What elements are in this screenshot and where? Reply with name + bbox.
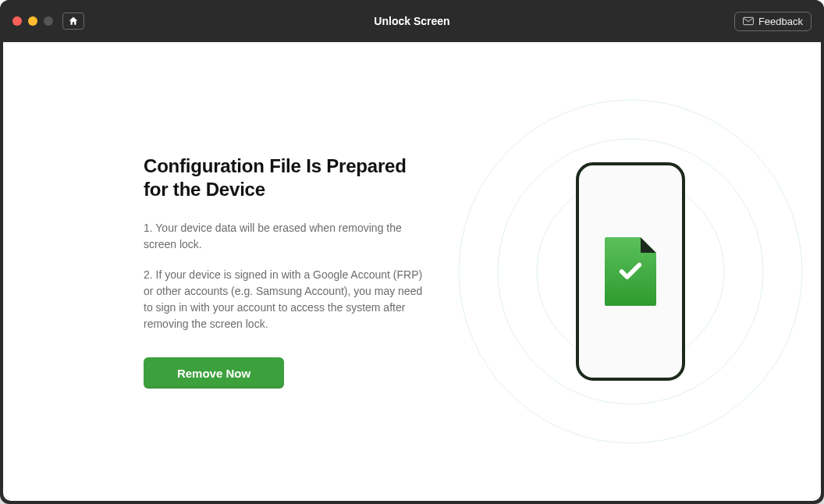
remove-now-button[interactable]: Remove Now [144,357,284,389]
svg-rect-0 [743,17,753,24]
feedback-label: Feedback [758,16,803,27]
home-button[interactable] [62,12,84,30]
phone-illustration [576,162,685,381]
info-paragraph-1: 1. Your device data will be erased when … [144,220,424,253]
window-title: Unlock Screen [0,15,824,27]
window-controls [12,16,53,26]
window-minimize-button[interactable] [28,16,37,26]
file-icon [605,237,656,306]
content-area: Configuration File Is Prepared for the D… [3,42,821,501]
mail-icon [743,16,754,26]
window-zoom-button[interactable] [44,16,53,26]
titlebar: Unlock Screen Feedback [0,0,824,42]
info-paragraph-2: 2. If your device is signed in with a Go… [144,267,424,332]
window-close-button[interactable] [12,16,22,26]
text-column: Configuration File Is Prepared for the D… [144,154,424,389]
checkmark-icon [617,258,644,285]
home-icon [68,16,79,27]
app-window: Unlock Screen Feedback Configuration Fil… [0,0,824,504]
illustration [487,162,774,381]
feedback-button[interactable]: Feedback [734,12,812,31]
page-heading: Configuration File Is Prepared for the D… [144,154,424,201]
